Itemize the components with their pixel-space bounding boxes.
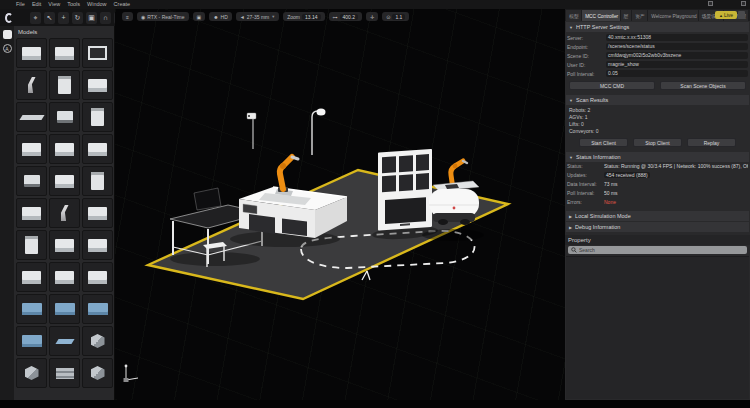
snap-icon[interactable]: ∩ — [100, 12, 111, 24]
menu-item-tools[interactable]: Tools — [67, 0, 80, 9]
stage-view-button[interactable]: ☻HD — [209, 12, 232, 21]
axis-gizmo[interactable] — [120, 362, 142, 384]
model-thumbnail[interactable] — [16, 198, 47, 228]
focal-length-dropdown[interactable]: ◄27-35 mm▼ — [236, 12, 279, 21]
lightning-icon: ▲ — [719, 13, 723, 18]
menu-item-view[interactable]: View — [48, 0, 60, 9]
camera-button[interactable]: ▣ — [193, 12, 206, 21]
model-thumbnail-image — [55, 175, 74, 188]
status-row-poll-interval: Poll Interval:50 ms — [567, 190, 748, 199]
model-thumbnail[interactable] — [49, 38, 80, 68]
field-scene-id[interactable]: cmfdwqjym002i5o2wb0v3bszene — [606, 52, 748, 59]
model-thumbnail[interactable] — [16, 262, 47, 292]
scale-control[interactable]: ⊙1.1 — [382, 12, 409, 21]
section-header-scan-results[interactable]: ▼ Scan Results — [566, 95, 749, 105]
menu-item-edit[interactable]: Edit — [32, 0, 41, 9]
model-thumbnail[interactable] — [82, 102, 113, 132]
section-header-local-simulation-mode[interactable]: ▶Local Simulation Mode — [566, 211, 749, 221]
model-thumbnail[interactable] — [16, 166, 47, 196]
select-cursor-icon[interactable]: ↖ — [44, 12, 55, 24]
tab-item[interactable]: 模型 — [566, 10, 581, 21]
target-icon[interactable]: ⌖ — [30, 12, 41, 24]
scale-icon[interactable]: ▣ — [86, 12, 97, 24]
avatar-icon[interactable]: A — [3, 44, 12, 53]
model-thumbnail[interactable] — [16, 294, 47, 324]
model-thumbnail[interactable] — [82, 262, 113, 292]
model-thumbnail-image — [55, 47, 74, 60]
replay-button[interactable]: Replay — [687, 138, 736, 147]
property-search[interactable] — [568, 246, 747, 254]
close-window-icon[interactable] — [741, 1, 746, 6]
field-endpoint[interactable]: /scenes/scene/status — [606, 43, 748, 50]
menu-item-file[interactable]: File — [16, 0, 25, 9]
tab-mcc-controller[interactable]: MCC Controller — [582, 10, 619, 21]
renderer-dropdown[interactable]: ◉RTX - Real-Time — [137, 12, 189, 21]
field-server[interactable]: 40.xmtc.x.xx:51308 — [606, 34, 748, 41]
restore-window-icon[interactable] — [708, 1, 713, 6]
model-thumbnail[interactable] — [82, 294, 113, 324]
model-thumbnail[interactable] — [16, 230, 47, 260]
model-thumbnail[interactable] — [82, 166, 113, 196]
exposure-value[interactable]: 400.2 — [340, 14, 359, 20]
stop-client-button[interactable]: Stop Client — [633, 138, 682, 147]
model-thumbnail[interactable] — [49, 198, 80, 228]
model-thumbnail[interactable] — [16, 38, 47, 68]
workstation-table[interactable] — [230, 109, 347, 248]
model-thumbnail[interactable] — [49, 102, 80, 132]
model-thumbnail[interactable] — [82, 38, 113, 68]
exposure-control[interactable]: ⊶400.2 — [329, 12, 363, 21]
stage-icon[interactable] — [3, 30, 12, 39]
model-thumbnail-image — [91, 366, 105, 380]
property-search-input[interactable] — [579, 247, 744, 253]
chevron-down-icon: ▼ — [271, 14, 275, 19]
shelf-rack[interactable] — [372, 148, 438, 241]
menu-item-window[interactable]: Window — [87, 0, 107, 9]
crosshair-button[interactable]: ✛ — [366, 12, 378, 21]
mcc-cmd-button[interactable]: MCC CMD — [569, 81, 655, 90]
scene-3d[interactable] — [115, 9, 565, 400]
model-thumbnail[interactable] — [16, 134, 47, 164]
model-thumbnail[interactable] — [49, 262, 80, 292]
model-thumbnail[interactable] — [16, 326, 47, 356]
model-thumbnail[interactable] — [16, 70, 47, 100]
model-thumbnail[interactable] — [49, 326, 80, 356]
model-thumbnail-image — [88, 46, 107, 60]
hamburger-icon: ≡ — [126, 14, 129, 20]
field-label: User ID: — [567, 62, 603, 68]
move-icon[interactable]: + — [58, 12, 69, 24]
section-header-http-server-settings[interactable]: ▼ HTTP Server Settings — [566, 22, 749, 32]
model-thumbnail[interactable] — [82, 230, 113, 260]
field-poll-interval[interactable]: 0.05 — [606, 70, 748, 77]
field-label: Endpoint: — [567, 44, 603, 50]
model-thumbnail[interactable] — [49, 294, 80, 324]
tab-item[interactable]: 资产 — [632, 10, 647, 21]
zoom-value[interactable]: 13.14 — [302, 14, 321, 20]
viewport-canvas[interactable]: ≡ ◉RTX - Real-Time ▣ ☻HD ◄27-35 mm▼ Zoom… — [115, 9, 565, 400]
model-thumbnail[interactable] — [16, 102, 47, 132]
model-thumbnail[interactable] — [16, 358, 47, 388]
zoom-control[interactable]: Zoom13.14 — [283, 12, 324, 21]
model-thumbnail[interactable] — [49, 134, 80, 164]
scale-value[interactable]: 1.1 — [392, 14, 405, 20]
scan-scene-objects-button[interactable]: Scan Scene Objects — [660, 81, 746, 90]
model-thumbnail[interactable] — [49, 166, 80, 196]
viewport-menu-button[interactable]: ≡ — [122, 12, 133, 21]
model-thumbnail[interactable] — [82, 134, 113, 164]
panel-options-icon[interactable] — [738, 11, 745, 19]
model-thumbnail[interactable] — [82, 358, 113, 388]
section-header-debug-information[interactable]: ▶Debug Information — [566, 222, 749, 232]
model-thumbnail[interactable] — [82, 198, 113, 228]
field-user-id[interactable]: magnie_show — [606, 61, 748, 68]
menu-item-create[interactable]: Create — [114, 0, 131, 9]
model-thumbnail[interactable] — [49, 70, 80, 100]
rotate-icon[interactable]: ↻ — [72, 12, 83, 24]
tab-item[interactable]: 层 — [621, 10, 632, 21]
model-thumbnail[interactable] — [82, 326, 113, 356]
start-client-button[interactable]: Start Client — [579, 138, 628, 147]
section-header-status-information[interactable]: ▼ Status Information — [566, 152, 749, 162]
model-thumbnail[interactable] — [82, 70, 113, 100]
live-sync-button[interactable]: ▲Live — [715, 11, 737, 19]
model-thumbnail[interactable] — [49, 230, 80, 260]
model-thumbnail[interactable] — [49, 358, 80, 388]
tab-welcome-playground[interactable]: Welcome Playground — [648, 10, 697, 21]
